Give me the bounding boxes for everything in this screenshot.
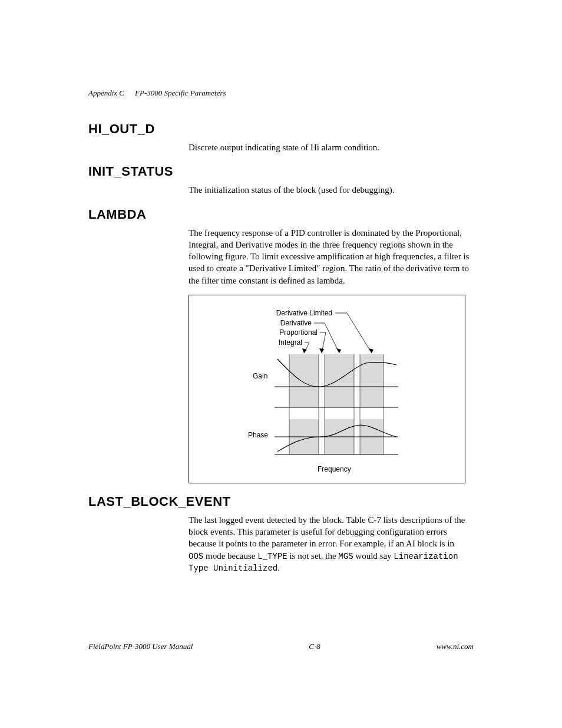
figure-axis-frequency: Frequency	[318, 465, 351, 473]
lbe-code-ltype: L_TYPE	[257, 552, 287, 561]
figure-axis-gain: Gain	[253, 372, 267, 380]
body-init-status: The initialization status of the block (…	[189, 184, 471, 196]
page-root: Appendix CFP-3000 Specific Parameters HI…	[0, 0, 562, 728]
figure-axis-phase: Phase	[248, 431, 268, 439]
lbe-mid1: mode because	[203, 551, 257, 561]
heading-lambda: LAMBDA	[88, 207, 474, 222]
figure-label-derivative: Derivative	[280, 319, 312, 327]
lbe-pre: The last logged event detected by the bl…	[189, 515, 465, 549]
header-title: FP-3000 Specific Parameters	[135, 88, 226, 97]
figure-svg	[189, 295, 465, 483]
heading-init-status: INIT_STATUS	[88, 164, 474, 179]
svg-rect-1	[325, 354, 354, 407]
heading-hi-out-d: HI_OUT_D	[88, 121, 474, 137]
footer-center: C-8	[309, 642, 320, 651]
lbe-code-mgs: MGS	[338, 552, 353, 561]
footer-right: www.ni.com	[437, 642, 474, 651]
figure-label-proportional: Proportional	[279, 328, 318, 337]
lbe-code-oos: OOS	[189, 552, 203, 561]
page-footer: FieldPoint FP-3000 User Manual C-8 www.n…	[88, 642, 474, 651]
lbe-end: .	[277, 563, 280, 572]
svg-marker-24	[319, 348, 324, 353]
body-last-block-event: The last logged event detected by the bl…	[189, 514, 471, 575]
header-appendix: Appendix C	[88, 88, 124, 97]
body-hi-out-d: Discrete output indicating state of Hi a…	[189, 141, 471, 153]
footer-left: FieldPoint FP-3000 User Manual	[88, 642, 193, 651]
svg-rect-0	[289, 354, 319, 407]
lbe-mid3: would say	[353, 551, 394, 561]
lbe-mid2: is not set, the	[287, 551, 339, 561]
svg-line-17	[347, 313, 372, 353]
figure-label-derivative-limited: Derivative Limited	[276, 309, 332, 317]
body-lambda: The frequency response of a PID controll…	[189, 227, 471, 286]
running-header: Appendix CFP-3000 Specific Parameters	[88, 88, 474, 98]
figure-label-integral: Integral	[279, 338, 302, 347]
lambda-figure: Derivative Limited Derivative Proportion…	[189, 295, 465, 483]
heading-last-block-event: LAST_BLOCK_EVENT	[88, 494, 474, 509]
